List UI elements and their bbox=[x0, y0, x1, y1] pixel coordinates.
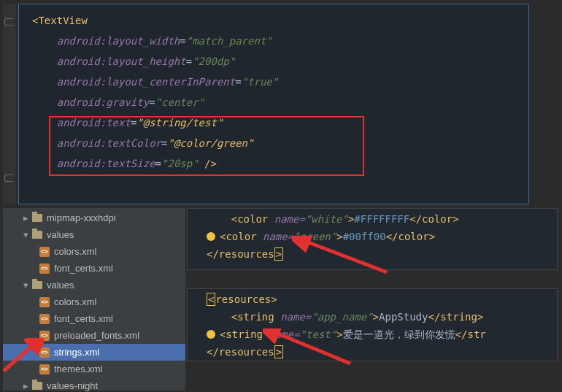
folder-icon bbox=[32, 382, 42, 390]
hex: #FFFFFFFF bbox=[354, 213, 409, 225]
attr-val: "@color/green" bbox=[167, 137, 253, 149]
attr: name= bbox=[274, 213, 305, 225]
gutter bbox=[3, 4, 16, 204]
endtag: </string> bbox=[428, 311, 483, 323]
tree-file[interactable]: colors.xml bbox=[3, 243, 185, 260]
tree-file[interactable]: colors.xml bbox=[3, 293, 185, 310]
tree-file[interactable]: themes.xml bbox=[3, 361, 185, 377]
tag-open: <TextView bbox=[32, 15, 88, 26]
lightbulb-icon[interactable] bbox=[207, 232, 215, 241]
tree-folder[interactable]: ▸values-night bbox=[3, 377, 185, 392]
attr-val: "200dp" bbox=[192, 55, 235, 67]
xml-file-icon bbox=[39, 364, 50, 374]
tree-file[interactable]: font_certs.xml bbox=[3, 310, 185, 327]
attr: name= bbox=[263, 231, 293, 242]
xml-file-icon bbox=[39, 314, 50, 324]
attr-val: "match_parent" bbox=[186, 35, 272, 47]
project-tree[interactable]: ▸mipmap-xxxhdpi ▾values colors.xml font_… bbox=[3, 208, 185, 391]
attr-ns: android: bbox=[57, 35, 106, 47]
attr-ns: android: bbox=[57, 96, 106, 108]
gt: > bbox=[336, 328, 342, 340]
gt: > bbox=[373, 311, 379, 323]
val: "test" bbox=[300, 328, 337, 340]
attr-name: textSize bbox=[106, 158, 155, 169]
attr-ns: android: bbox=[57, 137, 106, 149]
tag: <string bbox=[231, 311, 280, 323]
tree-label: values bbox=[47, 280, 74, 291]
tree-label: colors.xml bbox=[54, 296, 97, 307]
xml-file-icon bbox=[39, 331, 50, 341]
xml-file-icon bbox=[39, 297, 50, 307]
endtag: </str bbox=[455, 328, 486, 340]
endtag: </color> bbox=[409, 213, 458, 225]
tree-label: font_certs.xml bbox=[54, 313, 113, 324]
attr-name: layout_width bbox=[106, 35, 180, 47]
tree-label: strings.xml bbox=[54, 347, 99, 358]
attr-val: "true" bbox=[242, 76, 279, 88]
attr-val: "center" bbox=[155, 96, 204, 108]
tree-file-selected[interactable]: strings.xml bbox=[3, 344, 185, 361]
tree-label: values bbox=[47, 229, 74, 240]
attr-name: layout_height bbox=[106, 55, 186, 67]
xml-file-icon bbox=[39, 347, 50, 358]
attr: name= bbox=[280, 311, 311, 323]
tree-folder[interactable]: ▸mipmap-xxxhdpi bbox=[3, 210, 185, 226]
folder-icon bbox=[32, 214, 42, 222]
tree-file[interactable]: preloaded_fonts.xml bbox=[3, 327, 185, 344]
lightbulb-icon[interactable] bbox=[207, 330, 215, 339]
folder-icon bbox=[32, 281, 42, 289]
val: "app_name" bbox=[311, 311, 372, 323]
attr-ns: android: bbox=[57, 117, 106, 128]
tree-label: preloaded_fonts.xml bbox=[54, 330, 139, 341]
tree-label: values-night bbox=[47, 380, 98, 391]
attr: name= bbox=[269, 328, 299, 340]
tree-label: colors.xml bbox=[54, 246, 97, 257]
attr-ns: android: bbox=[57, 55, 106, 67]
attr-name: text bbox=[106, 117, 131, 128]
tree-label: font_certs.xml bbox=[54, 263, 113, 274]
attr-name: gravity bbox=[106, 96, 149, 108]
xml-file-icon bbox=[39, 264, 50, 274]
tree-label: themes.xml bbox=[54, 364, 102, 374]
xml-editor-strings[interactable]: <resources> <string name="app_name">AppS… bbox=[187, 288, 558, 361]
endtag: </color> bbox=[386, 231, 435, 242]
hex: #00ff00 bbox=[343, 231, 386, 242]
tag: <color bbox=[220, 231, 263, 242]
attr-ns: android: bbox=[57, 76, 106, 88]
attr-name: layout_centerInParent bbox=[106, 76, 235, 88]
text: 爱是一道光，绿到你发慌 bbox=[343, 328, 455, 340]
text: AppStudy bbox=[379, 311, 428, 323]
val: "white" bbox=[305, 213, 348, 225]
tag: <color bbox=[231, 213, 274, 225]
folder-icon bbox=[32, 231, 42, 239]
xml-editor-top[interactable]: <TextView android:layout_width="match_pa… bbox=[18, 4, 529, 204]
attr-val: "20sp" bbox=[161, 158, 199, 169]
gt: > bbox=[336, 231, 342, 242]
attr-name: textColor bbox=[106, 137, 161, 149]
tag-close: /> bbox=[199, 158, 217, 169]
attr-ns: android: bbox=[57, 158, 106, 169]
attr-val: "@string/test" bbox=[136, 117, 223, 128]
tree-folder[interactable]: ▾values bbox=[3, 277, 185, 293]
xml-file-icon bbox=[39, 247, 50, 257]
xml-editor-colors[interactable]: <color name="white">#FFFFFFFF</color> <c… bbox=[187, 208, 558, 270]
tree-folder[interactable]: ▾values bbox=[3, 226, 185, 243]
tag: <string bbox=[220, 328, 269, 340]
val: "green" bbox=[293, 231, 336, 242]
tree-label: mipmap-xxxhdpi bbox=[47, 212, 116, 223]
tree-file[interactable]: font_certs.xml bbox=[3, 260, 185, 277]
